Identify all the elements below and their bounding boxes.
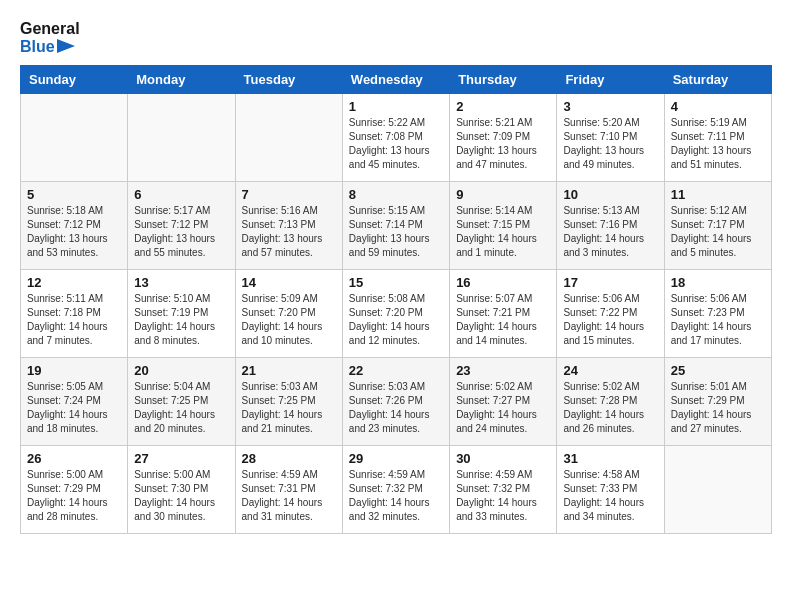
day-info: Sunrise: 4:59 AM Sunset: 7:32 PM Dayligh… [349,468,443,524]
day-info: Sunrise: 5:00 AM Sunset: 7:30 PM Dayligh… [134,468,228,524]
day-info: Sunrise: 5:16 AM Sunset: 7:13 PM Dayligh… [242,204,336,260]
day-info: Sunrise: 5:13 AM Sunset: 7:16 PM Dayligh… [563,204,657,260]
day-cell: 30Sunrise: 4:59 AM Sunset: 7:32 PM Dayli… [450,446,557,534]
day-cell: 20Sunrise: 5:04 AM Sunset: 7:25 PM Dayli… [128,358,235,446]
day-number: 21 [242,363,336,378]
day-number: 14 [242,275,336,290]
day-cell: 13Sunrise: 5:10 AM Sunset: 7:19 PM Dayli… [128,270,235,358]
logo-arrow-icon [57,39,75,53]
logo-general: General [20,20,80,38]
day-cell: 11Sunrise: 5:12 AM Sunset: 7:17 PM Dayli… [664,182,771,270]
day-cell: 2Sunrise: 5:21 AM Sunset: 7:09 PM Daylig… [450,94,557,182]
day-info: Sunrise: 5:02 AM Sunset: 7:28 PM Dayligh… [563,380,657,436]
day-number: 22 [349,363,443,378]
page-header: General Blue [20,20,772,55]
day-number: 4 [671,99,765,114]
weekday-header-wednesday: Wednesday [342,66,449,94]
day-cell: 27Sunrise: 5:00 AM Sunset: 7:30 PM Dayli… [128,446,235,534]
day-info: Sunrise: 5:20 AM Sunset: 7:10 PM Dayligh… [563,116,657,172]
day-number: 23 [456,363,550,378]
day-number: 10 [563,187,657,202]
day-cell: 31Sunrise: 4:58 AM Sunset: 7:33 PM Dayli… [557,446,664,534]
weekday-header-friday: Friday [557,66,664,94]
day-info: Sunrise: 5:07 AM Sunset: 7:21 PM Dayligh… [456,292,550,348]
day-number: 16 [456,275,550,290]
day-cell: 28Sunrise: 4:59 AM Sunset: 7:31 PM Dayli… [235,446,342,534]
day-cell: 15Sunrise: 5:08 AM Sunset: 7:20 PM Dayli… [342,270,449,358]
day-info: Sunrise: 5:21 AM Sunset: 7:09 PM Dayligh… [456,116,550,172]
day-cell: 16Sunrise: 5:07 AM Sunset: 7:21 PM Dayli… [450,270,557,358]
day-info: Sunrise: 5:18 AM Sunset: 7:12 PM Dayligh… [27,204,121,260]
day-number: 12 [27,275,121,290]
day-number: 26 [27,451,121,466]
day-cell: 7Sunrise: 5:16 AM Sunset: 7:13 PM Daylig… [235,182,342,270]
day-info: Sunrise: 5:14 AM Sunset: 7:15 PM Dayligh… [456,204,550,260]
day-number: 25 [671,363,765,378]
day-cell: 19Sunrise: 5:05 AM Sunset: 7:24 PM Dayli… [21,358,128,446]
day-cell: 18Sunrise: 5:06 AM Sunset: 7:23 PM Dayli… [664,270,771,358]
day-number: 20 [134,363,228,378]
day-number: 6 [134,187,228,202]
day-number: 24 [563,363,657,378]
day-info: Sunrise: 4:58 AM Sunset: 7:33 PM Dayligh… [563,468,657,524]
day-info: Sunrise: 5:00 AM Sunset: 7:29 PM Dayligh… [27,468,121,524]
day-info: Sunrise: 5:01 AM Sunset: 7:29 PM Dayligh… [671,380,765,436]
day-cell: 25Sunrise: 5:01 AM Sunset: 7:29 PM Dayli… [664,358,771,446]
day-number: 17 [563,275,657,290]
day-number: 7 [242,187,336,202]
day-number: 18 [671,275,765,290]
day-number: 1 [349,99,443,114]
day-cell: 17Sunrise: 5:06 AM Sunset: 7:22 PM Dayli… [557,270,664,358]
day-info: Sunrise: 5:03 AM Sunset: 7:26 PM Dayligh… [349,380,443,436]
day-number: 2 [456,99,550,114]
day-info: Sunrise: 5:11 AM Sunset: 7:18 PM Dayligh… [27,292,121,348]
day-number: 31 [563,451,657,466]
day-number: 9 [456,187,550,202]
day-info: Sunrise: 5:19 AM Sunset: 7:11 PM Dayligh… [671,116,765,172]
weekday-header-monday: Monday [128,66,235,94]
day-cell: 3Sunrise: 5:20 AM Sunset: 7:10 PM Daylig… [557,94,664,182]
day-info: Sunrise: 5:12 AM Sunset: 7:17 PM Dayligh… [671,204,765,260]
day-cell: 29Sunrise: 4:59 AM Sunset: 7:32 PM Dayli… [342,446,449,534]
logo-blue: Blue [20,38,80,56]
svg-marker-0 [57,39,75,53]
day-number: 8 [349,187,443,202]
day-info: Sunrise: 5:06 AM Sunset: 7:23 PM Dayligh… [671,292,765,348]
day-cell [21,94,128,182]
weekday-header-row: SundayMondayTuesdayWednesdayThursdayFrid… [21,66,772,94]
day-number: 3 [563,99,657,114]
day-cell: 24Sunrise: 5:02 AM Sunset: 7:28 PM Dayli… [557,358,664,446]
day-info: Sunrise: 4:59 AM Sunset: 7:32 PM Dayligh… [456,468,550,524]
day-cell: 1Sunrise: 5:22 AM Sunset: 7:08 PM Daylig… [342,94,449,182]
logo: General Blue [20,20,80,55]
day-cell: 5Sunrise: 5:18 AM Sunset: 7:12 PM Daylig… [21,182,128,270]
day-number: 28 [242,451,336,466]
day-cell: 8Sunrise: 5:15 AM Sunset: 7:14 PM Daylig… [342,182,449,270]
day-number: 29 [349,451,443,466]
day-info: Sunrise: 5:08 AM Sunset: 7:20 PM Dayligh… [349,292,443,348]
day-info: Sunrise: 5:10 AM Sunset: 7:19 PM Dayligh… [134,292,228,348]
day-number: 19 [27,363,121,378]
day-cell: 4Sunrise: 5:19 AM Sunset: 7:11 PM Daylig… [664,94,771,182]
day-cell: 23Sunrise: 5:02 AM Sunset: 7:27 PM Dayli… [450,358,557,446]
day-info: Sunrise: 5:22 AM Sunset: 7:08 PM Dayligh… [349,116,443,172]
day-info: Sunrise: 5:17 AM Sunset: 7:12 PM Dayligh… [134,204,228,260]
day-cell [235,94,342,182]
weekday-header-thursday: Thursday [450,66,557,94]
day-cell: 14Sunrise: 5:09 AM Sunset: 7:20 PM Dayli… [235,270,342,358]
day-cell: 22Sunrise: 5:03 AM Sunset: 7:26 PM Dayli… [342,358,449,446]
week-row-5: 26Sunrise: 5:00 AM Sunset: 7:29 PM Dayli… [21,446,772,534]
weekday-header-sunday: Sunday [21,66,128,94]
day-info: Sunrise: 5:06 AM Sunset: 7:22 PM Dayligh… [563,292,657,348]
day-info: Sunrise: 5:15 AM Sunset: 7:14 PM Dayligh… [349,204,443,260]
week-row-3: 12Sunrise: 5:11 AM Sunset: 7:18 PM Dayli… [21,270,772,358]
day-info: Sunrise: 5:05 AM Sunset: 7:24 PM Dayligh… [27,380,121,436]
day-number: 11 [671,187,765,202]
day-number: 5 [27,187,121,202]
week-row-4: 19Sunrise: 5:05 AM Sunset: 7:24 PM Dayli… [21,358,772,446]
week-row-2: 5Sunrise: 5:18 AM Sunset: 7:12 PM Daylig… [21,182,772,270]
week-row-1: 1Sunrise: 5:22 AM Sunset: 7:08 PM Daylig… [21,94,772,182]
day-info: Sunrise: 5:09 AM Sunset: 7:20 PM Dayligh… [242,292,336,348]
day-number: 13 [134,275,228,290]
day-cell [664,446,771,534]
